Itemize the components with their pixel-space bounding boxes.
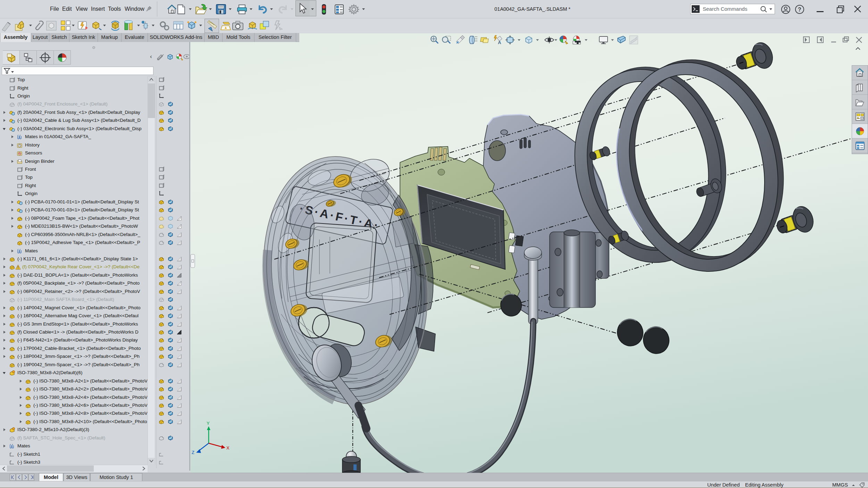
svg-text:Z: Z <box>192 450 194 455</box>
svg-text:A: A <box>498 40 501 45</box>
svg-text:Y: Y <box>207 421 210 426</box>
svg-text:?: ? <box>798 7 801 12</box>
svg-text:X: X <box>226 445 229 451</box>
